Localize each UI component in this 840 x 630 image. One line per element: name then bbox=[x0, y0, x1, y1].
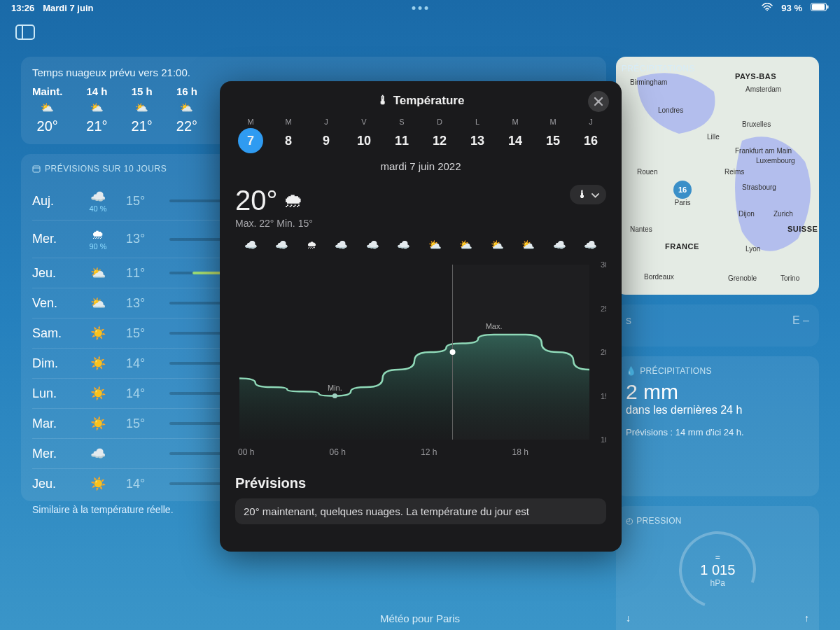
svg-text:10: 10 bbox=[601, 435, 606, 444]
svg-text:25: 25 bbox=[601, 304, 606, 313]
weather-icon: ⛅ bbox=[83, 265, 113, 281]
svg-text:Dijon: Dijon bbox=[738, 210, 755, 218]
svg-text:Max.: Max. bbox=[486, 322, 503, 330]
pressure-gauge: = 1 015 hPa bbox=[666, 519, 769, 621]
svg-text:15: 15 bbox=[601, 392, 606, 400]
hourly-item[interactable]: 14 h⛅21° bbox=[86, 85, 107, 134]
date-picker-day[interactable]: J9 bbox=[311, 118, 342, 153]
svg-text:Lyon: Lyon bbox=[746, 245, 760, 253]
partly-cloudy-icon: ⛅ bbox=[180, 102, 193, 114]
svg-text:Frankfurt am Main: Frankfurt am Main bbox=[735, 147, 792, 155]
modal-full-date: mardi 7 juin 2022 bbox=[235, 160, 606, 172]
footer-location[interactable]: Météo pour Paris bbox=[380, 612, 460, 624]
condition-icon: ☁️ bbox=[366, 239, 379, 251]
svg-text:Strasbourg: Strasbourg bbox=[742, 183, 776, 191]
svg-text:16: 16 bbox=[678, 186, 687, 194]
feelslike-snippet: Similaire à la température réelle. bbox=[32, 504, 212, 515]
weather-icon: ☀️ bbox=[83, 326, 113, 341]
weather-icon: ☀️ bbox=[83, 416, 113, 431]
date-picker-day[interactable]: M7 bbox=[235, 118, 266, 153]
date-picker[interactable]: M7M8J9V10S11D12L13M14M15J16 bbox=[235, 118, 606, 153]
weather-icon: ☀️ bbox=[83, 356, 113, 371]
condition-icon: ☁️ bbox=[553, 239, 566, 251]
precip-sub: dans les dernières 24 h bbox=[626, 403, 809, 417]
date-picker-day[interactable]: L13 bbox=[462, 118, 493, 153]
condition-icon: ☁️ bbox=[244, 239, 258, 251]
svg-text:Bruxelles: Bruxelles bbox=[742, 120, 771, 128]
date-picker-day[interactable]: M15 bbox=[538, 118, 568, 153]
wind-card[interactable]: s E – bbox=[616, 304, 819, 346]
svg-rect-3 bbox=[827, 6, 829, 9]
close-button[interactable] bbox=[588, 91, 609, 112]
date-picker-day[interactable]: M8 bbox=[273, 118, 304, 153]
weather-icon: ⛅ bbox=[83, 295, 113, 311]
svg-text:Paris: Paris bbox=[675, 199, 691, 206]
modal-maxmin: Max. 22° Min. 15° bbox=[235, 218, 313, 229]
date-picker-day[interactable]: D12 bbox=[424, 118, 455, 153]
weather-icon: 🌧90 % bbox=[83, 227, 113, 251]
svg-rect-2 bbox=[812, 4, 825, 10]
condition-icon: ☁️ bbox=[397, 239, 410, 251]
condition-icon: ☁️ bbox=[275, 239, 288, 251]
droplet-icon: 💧 bbox=[626, 366, 636, 376]
condition-icon: 🌧 bbox=[307, 239, 317, 251]
sidebar-toggle-button[interactable] bbox=[15, 24, 840, 43]
modal-title: 🌡 Température bbox=[377, 94, 465, 108]
partly-cloudy-icon: ⛅ bbox=[90, 102, 104, 114]
svg-text:PAYS-BAS: PAYS-BAS bbox=[735, 72, 776, 80]
svg-text:30: 30 bbox=[601, 260, 606, 269]
date-picker-day[interactable]: J16 bbox=[575, 118, 606, 153]
multitask-dots[interactable] bbox=[412, 6, 428, 10]
condition-icon: ⛅ bbox=[459, 239, 472, 251]
precipitation-card[interactable]: 💧PRÉCIPITATIONS 2 mm dans les dernières … bbox=[616, 356, 819, 496]
condition-icon: ⛅ bbox=[428, 239, 442, 251]
condition-icon: ⛅ bbox=[491, 239, 504, 251]
weather-icon: ☀️ bbox=[83, 386, 113, 401]
battery-icon bbox=[811, 3, 829, 13]
calendar-icon bbox=[32, 164, 41, 173]
weather-icon: ☀️ bbox=[83, 476, 113, 491]
temperature-chart: Min. Max. 1015202530 bbox=[235, 254, 606, 464]
forecast-text: 20° maintenant, quelques nuages. La temp… bbox=[235, 498, 606, 524]
hourly-item[interactable]: 15 h⛅21° bbox=[132, 85, 153, 134]
precipitation-map[interactable]: ..PRÉCIPITATIONS 16 Paris Birmingham Ams… bbox=[616, 57, 819, 295]
svg-text:SUISSE: SUISSE bbox=[788, 225, 818, 233]
hourly-item[interactable]: Maint.⛅20° bbox=[32, 85, 62, 134]
hourly-item[interactable]: 16 h⛅22° bbox=[176, 85, 197, 134]
modal-current-temp: 20° 🌧 bbox=[235, 185, 313, 216]
weather-icon: ☁️ bbox=[83, 446, 113, 461]
condition-icon: ☁️ bbox=[335, 239, 348, 251]
thermometer-icon: 🌡 bbox=[377, 94, 389, 108]
thermometer-icon: 🌡 bbox=[577, 188, 588, 201]
temperature-modal: 🌡 Température M7M8J9V10S11D12L13M14M15J1… bbox=[220, 81, 622, 552]
svg-point-35 bbox=[332, 393, 337, 398]
map-heading: ..PRÉCIPITATIONS bbox=[626, 64, 695, 74]
precip-foot: Prévisions : 14 mm d'ici 24 h. bbox=[626, 427, 809, 438]
date-picker-day[interactable]: M14 bbox=[500, 118, 531, 153]
svg-text:Min.: Min. bbox=[328, 384, 342, 392]
gauge-icon: ◴ bbox=[626, 516, 633, 526]
svg-text:Bordeaux: Bordeaux bbox=[644, 273, 674, 281]
svg-text:Zurich: Zurich bbox=[774, 210, 793, 218]
svg-point-0 bbox=[766, 10, 768, 11]
chart-x-axis: 00 h06 h12 h18 h bbox=[235, 447, 606, 457]
condition-icon: ⛅ bbox=[522, 239, 535, 251]
svg-text:Nantes: Nantes bbox=[630, 225, 652, 233]
chevron-down-icon bbox=[592, 188, 599, 201]
svg-text:Rouen: Rouen bbox=[637, 168, 657, 176]
date-picker-day[interactable]: V10 bbox=[349, 118, 379, 153]
svg-text:Grenoble: Grenoble bbox=[728, 274, 757, 282]
svg-text:Torino: Torino bbox=[780, 274, 800, 282]
wifi-icon bbox=[762, 3, 773, 13]
hourly-heading: Temps nuageux prévu vers 21:00. bbox=[32, 66, 595, 78]
svg-text:Amsterdam: Amsterdam bbox=[746, 85, 781, 93]
date-picker-day[interactable]: S11 bbox=[386, 118, 417, 153]
unit-selector[interactable]: 🌡 bbox=[570, 185, 606, 204]
pressure-card[interactable]: ◴PRESSION = 1 015 hPa ↓↑ bbox=[616, 506, 819, 630]
status-bar: 13:26 Mardi 7 juin 93 % bbox=[0, 0, 840, 16]
chart-hourly-icons: ☁️☁️🌧☁️☁️☁️⛅⛅⛅⛅☁️☁️ bbox=[235, 239, 606, 251]
partly-cloudy-icon: ⛅ bbox=[41, 102, 54, 114]
weather-rain-icon: 🌧 bbox=[284, 189, 303, 212]
forecast-heading: Prévisions bbox=[235, 475, 606, 491]
svg-text:20: 20 bbox=[601, 348, 606, 356]
